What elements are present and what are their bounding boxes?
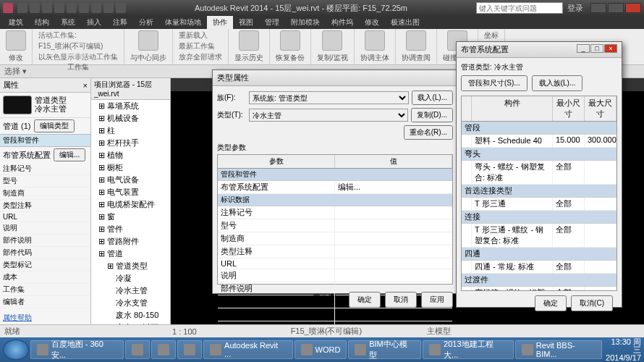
- edit-button[interactable]: 编辑...: [54, 148, 85, 161]
- start-button[interactable]: [3, 340, 29, 360]
- taskbar-task[interactable]: Revit BBS-BIM...: [515, 340, 602, 359]
- dialog-max-icon[interactable]: □: [590, 44, 603, 53]
- tree-node[interactable]: ⊞ 管道: [91, 248, 170, 260]
- taskbar-task[interactable]: [125, 340, 150, 359]
- load-button[interactable]: 载入(L)...: [412, 90, 453, 105]
- tree-node[interactable]: 冷水支管: [91, 297, 170, 309]
- property-row[interactable]: 部件说明: [0, 235, 90, 247]
- load-family-button[interactable]: 载入族(L)...: [532, 75, 583, 91]
- dialog-close-icon[interactable]: ×: [604, 44, 617, 53]
- properties-close-icon[interactable]: ×: [83, 81, 88, 90]
- cancel-button[interactable]: 取消: [385, 292, 417, 308]
- ribbon-tab[interactable]: 体量和场地: [159, 16, 207, 29]
- workset-status[interactable]: F15_喷淋(不可编辑): [291, 326, 362, 337]
- apply-button[interactable]: 应用: [421, 292, 453, 308]
- routing-row[interactable]: 塑料 - Schedule 4015.000300.000: [462, 135, 617, 148]
- tree-node[interactable]: ⊞ 管路附件: [91, 235, 170, 248]
- tree-node[interactable]: ⊞ 柱: [91, 125, 170, 137]
- property-row[interactable]: 制造商: [0, 188, 90, 200]
- tree-node[interactable]: ⊞ 管道类型: [91, 260, 170, 272]
- close-button[interactable]: [625, 3, 641, 13]
- tree-node[interactable]: ⊞ 管件: [91, 223, 170, 235]
- ribbon-big-button[interactable]: [406, 30, 426, 51]
- property-row[interactable]: URL: [0, 212, 90, 222]
- ribbon-tab[interactable]: 极速出图: [385, 16, 425, 29]
- ribbon-tab[interactable]: 构件坞: [326, 16, 359, 29]
- param-row[interactable]: 制造商: [218, 232, 452, 245]
- property-row[interactable]: 说明: [0, 222, 90, 235]
- ribbon-tab[interactable]: 管理: [259, 16, 285, 29]
- ribbon-tab[interactable]: 视图: [233, 16, 259, 29]
- routing-ok-button[interactable]: 确定: [535, 295, 567, 311]
- ribbon-big-button[interactable]: [239, 30, 259, 51]
- tree-node[interactable]: ⊞ 机械设备: [91, 112, 170, 125]
- param-row[interactable]: 型号: [218, 219, 452, 232]
- property-row[interactable]: 工作集: [0, 284, 90, 296]
- minimize-button[interactable]: [590, 3, 606, 13]
- taskbar-task[interactable]: Autodesk Revit ...: [203, 340, 292, 359]
- param-row[interactable]: 类型注释: [218, 245, 452, 258]
- taskbar-task[interactable]: [151, 340, 176, 359]
- dialog-min-icon[interactable]: _: [577, 44, 590, 53]
- param-row[interactable]: 说明: [218, 269, 452, 282]
- routing-row[interactable]: 四通 - 常规: 标准全部: [462, 261, 617, 274]
- ribbon-tab[interactable]: 协作: [207, 16, 233, 29]
- model-mode[interactable]: 主模型: [427, 326, 451, 337]
- tree-node[interactable]: ⊞ 栏杆扶手: [91, 137, 170, 149]
- ribbon-big-button[interactable]: [365, 30, 385, 51]
- ribbon-tab[interactable]: 建筑: [3, 16, 29, 29]
- ribbon-tab[interactable]: 系统: [55, 16, 81, 29]
- type-select[interactable]: 冷水主管: [249, 109, 408, 122]
- tree-node[interactable]: ⊞ 橱柜: [91, 161, 170, 174]
- tree-node[interactable]: ⊞ 幕墙系统: [91, 100, 170, 112]
- property-row[interactable]: 编辑者: [0, 296, 90, 308]
- property-row[interactable]: 部件代码: [0, 247, 90, 259]
- tree-node[interactable]: ⊞ 植物: [91, 149, 170, 161]
- ribbon-tab[interactable]: 附加模块: [285, 16, 326, 29]
- rename-button[interactable]: 重命名(R)...: [404, 125, 453, 140]
- system-tray[interactable]: 13:30 周三 2014/9/17: [603, 338, 641, 362]
- maximize-button[interactable]: [608, 3, 624, 13]
- instance-filter[interactable]: 管道 (1): [3, 121, 31, 132]
- property-row[interactable]: 注释记号: [0, 163, 90, 175]
- tree-node[interactable]: ⊞ 电气装置: [91, 186, 170, 198]
- taskbar-task[interactable]: WORD: [295, 340, 347, 359]
- routing-row[interactable]: T 形三通全部: [462, 198, 617, 211]
- tree-node[interactable]: 冷水主管: [91, 285, 170, 297]
- ribbon-tab[interactable]: 注释: [107, 16, 133, 29]
- tree-node[interactable]: ⊞ 窗: [91, 211, 170, 223]
- property-row[interactable]: 类型标记: [0, 259, 90, 272]
- edit-type-button[interactable]: 编辑类型: [34, 119, 75, 132]
- select-dropdown[interactable]: 选择 ▾: [4, 66, 27, 77]
- tree-node[interactable]: ⊞ 电缆桥架配件: [91, 198, 170, 211]
- param-row[interactable]: 注释记号: [218, 206, 452, 219]
- property-row[interactable]: 成本: [0, 272, 90, 284]
- duplicate-button[interactable]: 复制(D)...: [411, 108, 453, 122]
- help-search-input[interactable]: [476, 2, 563, 14]
- routing-row[interactable]: 弯头 - 螺纹 - 钢塑复合: 标准全部: [462, 161, 617, 185]
- routing-row[interactable]: T 形三通 - 螺纹 - 钢塑复合: 标准全部: [462, 224, 617, 248]
- ribbon-big-button[interactable]: [138, 30, 158, 51]
- routing-cancel-button[interactable]: 取消(C): [571, 295, 613, 311]
- ribbon-tab[interactable]: 修改: [359, 16, 385, 29]
- tree-node[interactable]: 废水 80-150: [91, 309, 170, 321]
- family-select[interactable]: 系统族: 管道类型: [249, 91, 409, 104]
- type-selector[interactable]: 管道类型冷水主管: [0, 93, 90, 118]
- taskbar-task[interactable]: BIM中心模型: [348, 340, 421, 359]
- segments-sizes-button[interactable]: 管段和尺寸(S)...: [461, 75, 528, 91]
- quick-access-toolbar[interactable]: [17, 3, 126, 13]
- ribbon-tab[interactable]: 结构: [29, 16, 55, 29]
- taskbar-task[interactable]: 2013地建工程大...: [423, 340, 514, 359]
- preview-toggle[interactable]: << 预览(P): [295, 292, 344, 308]
- tree-node[interactable]: 冷凝: [91, 272, 170, 285]
- ok-button[interactable]: 确定: [349, 292, 381, 308]
- param-row[interactable]: 布管系统配置编辑...: [218, 181, 452, 194]
- ribbon-big-button[interactable]: [6, 30, 26, 51]
- ribbon-tab[interactable]: 插入: [81, 16, 107, 29]
- property-row[interactable]: 型号: [0, 175, 90, 188]
- login-link[interactable]: 登录: [567, 3, 583, 14]
- param-row[interactable]: 类型标记: [218, 308, 452, 321]
- taskbar-task[interactable]: 百度地图 - 360安...: [30, 340, 124, 359]
- properties-help-link[interactable]: 属性帮助: [3, 313, 32, 323]
- ribbon-tab[interactable]: 分析: [133, 16, 159, 29]
